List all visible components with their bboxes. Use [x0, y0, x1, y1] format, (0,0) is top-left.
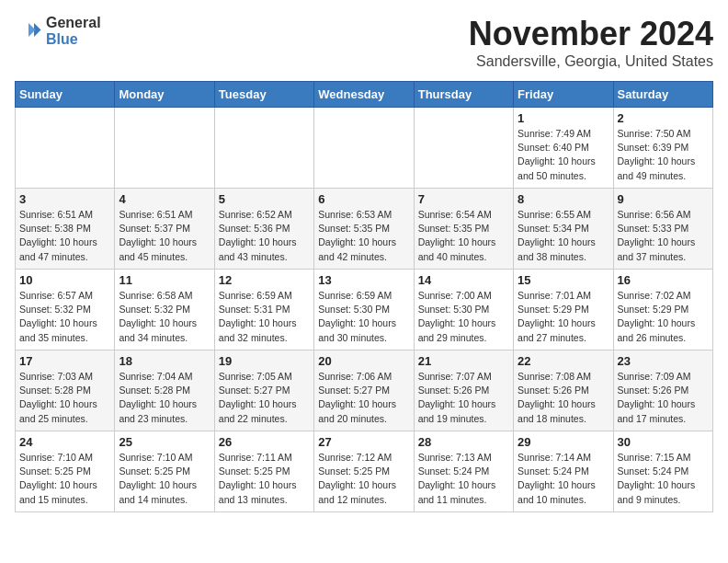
calendar-cell: 14Sunrise: 7:00 AM Sunset: 5:30 PM Dayli… [414, 270, 513, 350]
day-info: Sunrise: 7:10 AM Sunset: 5:25 PM Dayligh… [119, 451, 210, 507]
weekday-row: SundayMondayTuesdayWednesdayThursdayFrid… [16, 82, 713, 108]
day-number: 28 [418, 435, 509, 449]
day-info: Sunrise: 6:54 AM Sunset: 5:35 PM Dayligh… [418, 208, 509, 264]
day-info: Sunrise: 7:11 AM Sunset: 5:25 PM Dayligh… [219, 451, 310, 507]
calendar-week-1: 3Sunrise: 6:51 AM Sunset: 5:38 PM Daylig… [16, 189, 713, 270]
day-info: Sunrise: 7:05 AM Sunset: 5:27 PM Dayligh… [219, 370, 310, 426]
day-number: 13 [318, 273, 409, 287]
calendar-cell: 22Sunrise: 7:08 AM Sunset: 5:26 PM Dayli… [514, 350, 613, 431]
weekday-header-saturday: Saturday [613, 82, 712, 108]
calendar-cell: 6Sunrise: 6:53 AM Sunset: 5:35 PM Daylig… [314, 189, 414, 270]
calendar-cell: 25Sunrise: 7:10 AM Sunset: 5:25 PM Dayli… [115, 431, 214, 512]
calendar-cell: 1Sunrise: 7:49 AM Sunset: 6:40 PM Daylig… [514, 108, 613, 189]
day-info: Sunrise: 7:07 AM Sunset: 5:26 PM Dayligh… [418, 370, 509, 426]
calendar-week-4: 24Sunrise: 7:10 AM Sunset: 5:25 PM Dayli… [16, 431, 713, 512]
calendar-cell [214, 108, 313, 189]
calendar-cell: 15Sunrise: 7:01 AM Sunset: 5:29 PM Dayli… [514, 270, 613, 350]
calendar-cell: 9Sunrise: 6:56 AM Sunset: 5:33 PM Daylig… [613, 189, 712, 270]
day-number: 29 [518, 435, 609, 449]
logo-icon [15, 17, 42, 45]
day-info: Sunrise: 7:08 AM Sunset: 5:26 PM Dayligh… [518, 370, 609, 426]
calendar-cell: 20Sunrise: 7:06 AM Sunset: 5:27 PM Dayli… [314, 350, 414, 431]
day-number: 2 [618, 111, 709, 125]
calendar-header: SundayMondayTuesdayWednesdayThursdayFrid… [16, 82, 713, 108]
day-number: 4 [119, 192, 210, 206]
day-info: Sunrise: 6:56 AM Sunset: 5:33 PM Dayligh… [618, 208, 709, 264]
day-info: Sunrise: 7:04 AM Sunset: 5:28 PM Dayligh… [119, 370, 210, 426]
day-info: Sunrise: 7:13 AM Sunset: 5:24 PM Dayligh… [418, 451, 509, 507]
day-info: Sunrise: 6:51 AM Sunset: 5:38 PM Dayligh… [19, 208, 110, 264]
calendar-cell: 27Sunrise: 7:12 AM Sunset: 5:25 PM Dayli… [314, 431, 414, 512]
calendar-cell: 7Sunrise: 6:54 AM Sunset: 5:35 PM Daylig… [414, 189, 513, 270]
calendar-cell: 30Sunrise: 7:15 AM Sunset: 5:24 PM Dayli… [613, 431, 712, 512]
calendar-cell: 28Sunrise: 7:13 AM Sunset: 5:24 PM Dayli… [414, 431, 513, 512]
day-number: 9 [618, 192, 709, 206]
weekday-header-sunday: Sunday [16, 82, 115, 108]
calendar-body: 1Sunrise: 7:49 AM Sunset: 6:40 PM Daylig… [16, 108, 713, 512]
calendar-cell: 10Sunrise: 6:57 AM Sunset: 5:32 PM Dayli… [16, 270, 115, 350]
calendar-cell: 11Sunrise: 6:58 AM Sunset: 5:32 PM Dayli… [115, 270, 214, 350]
day-number: 24 [19, 435, 110, 449]
location-title: Sandersville, Georgia, United States [469, 53, 713, 70]
day-number: 19 [219, 354, 310, 368]
day-info: Sunrise: 7:14 AM Sunset: 5:24 PM Dayligh… [518, 451, 609, 507]
day-number: 11 [119, 273, 210, 287]
logo-text: General Blue [46, 15, 101, 47]
day-number: 26 [219, 435, 310, 449]
day-info: Sunrise: 6:59 AM Sunset: 5:30 PM Dayligh… [318, 289, 409, 345]
calendar-cell: 12Sunrise: 6:59 AM Sunset: 5:31 PM Dayli… [214, 270, 313, 350]
logo-blue-text: Blue [46, 31, 101, 48]
day-number: 17 [19, 354, 110, 368]
calendar-cell: 4Sunrise: 6:51 AM Sunset: 5:37 PM Daylig… [115, 189, 214, 270]
day-number: 21 [418, 354, 509, 368]
calendar-week-3: 17Sunrise: 7:03 AM Sunset: 5:28 PM Dayli… [16, 350, 713, 431]
calendar-cell: 17Sunrise: 7:03 AM Sunset: 5:28 PM Dayli… [16, 350, 115, 431]
weekday-header-monday: Monday [115, 82, 214, 108]
day-info: Sunrise: 6:51 AM Sunset: 5:37 PM Dayligh… [119, 208, 210, 264]
weekday-header-wednesday: Wednesday [314, 82, 414, 108]
day-number: 10 [19, 273, 110, 287]
weekday-header-thursday: Thursday [414, 82, 513, 108]
day-number: 23 [618, 354, 709, 368]
day-number: 16 [618, 273, 709, 287]
day-number: 15 [518, 273, 609, 287]
day-info: Sunrise: 6:58 AM Sunset: 5:32 PM Dayligh… [119, 289, 210, 345]
calendar-cell: 21Sunrise: 7:07 AM Sunset: 5:26 PM Dayli… [414, 350, 513, 431]
day-info: Sunrise: 7:02 AM Sunset: 5:29 PM Dayligh… [618, 289, 709, 345]
calendar-table: SundayMondayTuesdayWednesdayThursdayFrid… [15, 81, 713, 512]
day-info: Sunrise: 6:55 AM Sunset: 5:34 PM Dayligh… [518, 208, 609, 264]
calendar-cell: 23Sunrise: 7:09 AM Sunset: 5:26 PM Dayli… [613, 350, 712, 431]
calendar-cell: 3Sunrise: 6:51 AM Sunset: 5:38 PM Daylig… [16, 189, 115, 270]
day-info: Sunrise: 7:01 AM Sunset: 5:29 PM Dayligh… [518, 289, 609, 345]
calendar-cell: 13Sunrise: 6:59 AM Sunset: 5:30 PM Dayli… [314, 270, 414, 350]
day-info: Sunrise: 7:15 AM Sunset: 5:24 PM Dayligh… [618, 451, 709, 507]
logo-general-text: General [46, 15, 101, 31]
day-number: 7 [418, 192, 509, 206]
calendar-cell: 18Sunrise: 7:04 AM Sunset: 5:28 PM Dayli… [115, 350, 214, 431]
calendar-week-0: 1Sunrise: 7:49 AM Sunset: 6:40 PM Daylig… [16, 108, 713, 189]
calendar-cell: 26Sunrise: 7:11 AM Sunset: 5:25 PM Dayli… [214, 431, 313, 512]
day-info: Sunrise: 7:06 AM Sunset: 5:27 PM Dayligh… [318, 370, 409, 426]
day-info: Sunrise: 7:50 AM Sunset: 6:39 PM Dayligh… [618, 127, 709, 183]
day-info: Sunrise: 6:53 AM Sunset: 5:35 PM Dayligh… [318, 208, 409, 264]
day-info: Sunrise: 7:03 AM Sunset: 5:28 PM Dayligh… [19, 370, 110, 426]
day-number: 30 [618, 435, 709, 449]
weekday-header-friday: Friday [514, 82, 613, 108]
calendar-week-2: 10Sunrise: 6:57 AM Sunset: 5:32 PM Dayli… [16, 270, 713, 350]
day-number: 8 [518, 192, 609, 206]
day-info: Sunrise: 7:10 AM Sunset: 5:25 PM Dayligh… [19, 451, 110, 507]
calendar-cell [314, 108, 414, 189]
day-number: 6 [318, 192, 409, 206]
calendar-cell: 29Sunrise: 7:14 AM Sunset: 5:24 PM Dayli… [514, 431, 613, 512]
day-number: 14 [418, 273, 509, 287]
day-info: Sunrise: 6:52 AM Sunset: 5:36 PM Dayligh… [219, 208, 310, 264]
day-number: 3 [19, 192, 110, 206]
day-number: 25 [119, 435, 210, 449]
calendar-cell: 2Sunrise: 7:50 AM Sunset: 6:39 PM Daylig… [613, 108, 712, 189]
day-info: Sunrise: 6:59 AM Sunset: 5:31 PM Dayligh… [219, 289, 310, 345]
day-number: 27 [318, 435, 409, 449]
calendar-cell: 16Sunrise: 7:02 AM Sunset: 5:29 PM Dayli… [613, 270, 712, 350]
calendar-cell [16, 108, 115, 189]
calendar-cell [115, 108, 214, 189]
day-info: Sunrise: 7:49 AM Sunset: 6:40 PM Dayligh… [518, 127, 609, 183]
